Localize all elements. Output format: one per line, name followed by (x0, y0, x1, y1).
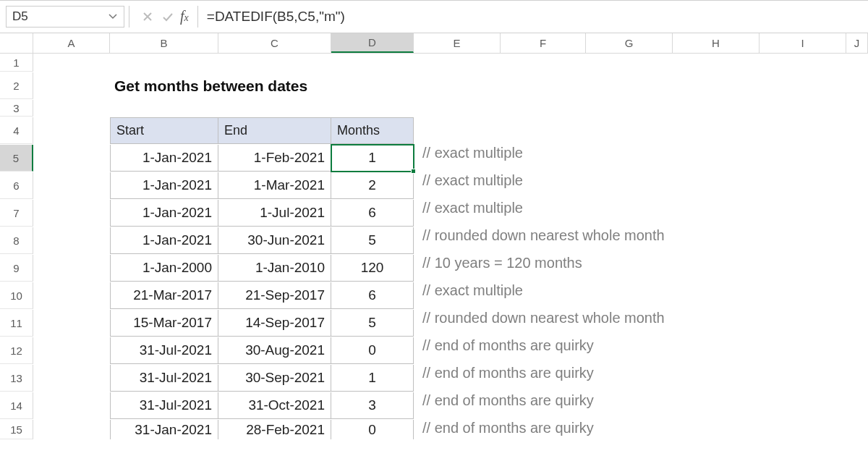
cell-end[interactable]: 31-Oct-2021 (218, 392, 331, 419)
cell-note[interactable]: // rounded down nearest whole month (414, 310, 665, 337)
cell-start[interactable]: 31-Jan-2021 (110, 420, 218, 439)
col-header-E[interactable]: E (414, 33, 501, 53)
cell-months[interactable]: 2 (331, 172, 414, 199)
row: 1 (0, 54, 868, 72)
col-header-J[interactable]: J (846, 33, 868, 53)
grid-body: 1 2 Get months between dates 3 4 Start E… (0, 54, 868, 440)
cell-note[interactable]: // end of months are quirky (414, 365, 594, 392)
cell-note[interactable]: // 10 years = 120 months (414, 255, 582, 282)
row: 6 1-Jan-2021 1-Mar-2021 2 // exact multi… (0, 172, 868, 200)
row-header[interactable]: 1 (0, 54, 33, 72)
col-header-H[interactable]: H (673, 33, 760, 53)
row-header[interactable]: 4 (0, 117, 33, 144)
cell-end[interactable]: 1-Jul-2021 (218, 200, 331, 227)
cell-end[interactable]: 1-Jan-2010 (218, 255, 331, 282)
select-all-corner[interactable] (0, 33, 33, 53)
cell-note[interactable]: // exact multiple (414, 172, 523, 199)
chevron-down-icon[interactable] (102, 7, 124, 27)
col-header-B[interactable]: B (110, 33, 218, 53)
col-header-D[interactable]: D (331, 33, 414, 53)
col-header-F[interactable]: F (501, 33, 586, 53)
col-header-months[interactable]: Months (331, 117, 414, 144)
cell-end[interactable]: 28-Feb-2021 (218, 420, 331, 439)
row-header[interactable]: 14 (0, 392, 33, 419)
enter-icon[interactable] (158, 6, 177, 28)
cell-end[interactable]: 14-Sep-2017 (218, 310, 331, 337)
col-header-A[interactable]: A (33, 33, 110, 53)
row-header[interactable]: 2 (0, 72, 33, 99)
row-header[interactable]: 8 (0, 227, 33, 254)
cell-end[interactable]: 30-Jun-2021 (218, 227, 331, 254)
cell-months[interactable]: 0 (331, 420, 414, 439)
cell-start[interactable]: 15-Mar-2017 (110, 310, 218, 337)
cell-note[interactable]: // exact multiple (414, 145, 523, 172)
cell-note[interactable]: // exact multiple (414, 282, 523, 309)
cell-end[interactable]: 30-Sep-2021 (218, 365, 331, 392)
row: 10 21-Mar-2017 21-Sep-2017 6 // exact mu… (0, 282, 868, 310)
row-header[interactable]: 7 (0, 200, 33, 227)
divider (197, 6, 198, 28)
col-header-G[interactable]: G (586, 33, 673, 53)
row: 8 1-Jan-2021 30-Jun-2021 5 // rounded do… (0, 227, 868, 255)
row: 12 31-Jul-2021 30-Aug-2021 0 // end of m… (0, 337, 868, 365)
row-header[interactable]: 10 (0, 282, 33, 309)
cell-months[interactable]: 1 (331, 365, 414, 392)
cell-start[interactable]: 1-Jan-2021 (110, 145, 218, 172)
formula-input[interactable]: =DATEDIF(B5,C5,"m") (207, 6, 862, 28)
row: 15 31-Jan-2021 28-Feb-2021 0 // end of m… (0, 420, 868, 440)
row: 7 1-Jan-2021 1-Jul-2021 6 // exact multi… (0, 200, 868, 227)
cell-start[interactable]: 31-Jul-2021 (110, 337, 218, 364)
cell-end[interactable]: 30-Aug-2021 (218, 337, 331, 364)
cell-months[interactable]: 0 (331, 337, 414, 364)
cell-note[interactable]: // end of months are quirky (414, 337, 594, 364)
cell-months[interactable]: 6 (331, 282, 414, 309)
formula-bar: D5 fx =DATEDIF(B5,C5,"m") (0, 0, 868, 33)
row: 13 31-Jul-2021 30-Sep-2021 1 // end of m… (0, 365, 868, 392)
cell-note[interactable]: // end of months are quirky (414, 392, 594, 419)
cell-months[interactable]: 3 (331, 392, 414, 419)
cell-note[interactable]: // rounded down nearest whole month (414, 227, 665, 254)
cell-start[interactable]: 1-Jan-2021 (110, 172, 218, 199)
cell-months[interactable]: 120 (331, 255, 414, 282)
cell-start[interactable]: 31-Jul-2021 (110, 365, 218, 392)
name-box[interactable]: D5 (6, 6, 124, 28)
cell-end[interactable]: 1-Mar-2021 (218, 172, 331, 199)
cancel-icon[interactable] (138, 6, 157, 28)
row-header[interactable]: 9 (0, 255, 33, 282)
cell-start[interactable]: 31-Jul-2021 (110, 392, 218, 419)
cell-end[interactable]: 21-Sep-2017 (218, 282, 331, 309)
cell-months[interactable]: 5 (331, 227, 414, 254)
row: 5 1-Jan-2021 1-Feb-2021 1 // exact multi… (0, 145, 868, 172)
row-header[interactable]: 11 (0, 310, 33, 337)
cell-start[interactable]: 1-Jan-2000 (110, 255, 218, 282)
cell-months[interactable]: 6 (331, 200, 414, 227)
row-header[interactable]: 3 (0, 100, 33, 117)
column-header-row: A B C D E F G H I J (0, 33, 868, 54)
col-header-end[interactable]: End (218, 117, 331, 144)
row: 14 31-Jul-2021 31-Oct-2021 3 // end of m… (0, 392, 868, 420)
col-header-I[interactable]: I (760, 33, 846, 53)
row-header[interactable]: 15 (0, 420, 33, 439)
cell-months[interactable]: 1 (331, 145, 414, 172)
formula-text: =DATEDIF(B5,C5,"m") (207, 9, 345, 25)
row-header[interactable]: 13 (0, 365, 33, 392)
cell-start[interactable]: 1-Jan-2021 (110, 227, 218, 254)
cell-start[interactable]: 1-Jan-2021 (110, 200, 218, 227)
cell-end[interactable]: 1-Feb-2021 (218, 145, 331, 172)
name-box-value: D5 (7, 9, 102, 24)
row-header[interactable]: 12 (0, 337, 33, 364)
cell-months[interactable]: 5 (331, 310, 414, 337)
col-header-C[interactable]: C (218, 33, 331, 53)
cell-start[interactable]: 21-Mar-2017 (110, 282, 218, 309)
row-header[interactable]: 6 (0, 172, 33, 199)
row: 11 15-Mar-2017 14-Sep-2017 5 // rounded … (0, 310, 868, 337)
row: 2 Get months between dates (0, 72, 868, 100)
row: 4 Start End Months (0, 117, 868, 145)
row-header[interactable]: 5 (0, 145, 33, 172)
col-header-start[interactable]: Start (110, 117, 218, 144)
cell-note[interactable]: // exact multiple (414, 200, 523, 227)
fx-icon[interactable]: fx (179, 8, 193, 26)
row: 9 1-Jan-2000 1-Jan-2010 120 // 10 years … (0, 255, 868, 282)
page-title[interactable]: Get months between dates (110, 72, 312, 99)
cell-note[interactable]: // end of months are quirky (414, 420, 594, 439)
